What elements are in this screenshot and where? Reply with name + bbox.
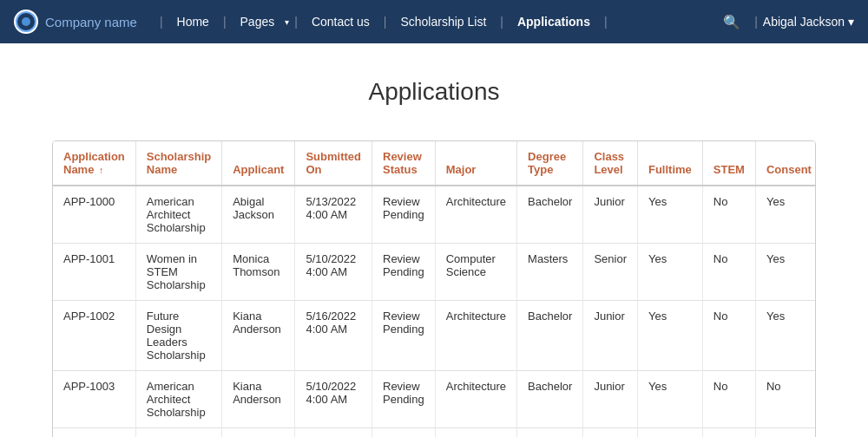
nav-contact[interactable]: Contact us [303, 15, 378, 29]
user-menu[interactable]: Abigal Jackson ▾ [763, 15, 854, 29]
cell-stem: No [702, 244, 755, 301]
brand: Company name [14, 10, 137, 34]
cell-degree: Bachelor [517, 371, 583, 428]
cell-status: Review Pending [372, 301, 436, 371]
cell-app-id: APP-1001 [53, 244, 135, 301]
col-header-fulltime[interactable]: Fulltime [637, 141, 702, 186]
cell-stem: No [702, 186, 755, 244]
col-header-applicant[interactable]: Applicant [222, 141, 295, 186]
cell-fulltime: Yes [637, 186, 702, 244]
col-header-consent[interactable]: Consent [755, 141, 816, 186]
col-header-submitted[interactable]: Submitted On [295, 141, 372, 186]
cell-major: Architecture [435, 301, 516, 371]
cell-applicant: Monica Thomson [222, 428, 295, 438]
cell-consent: Yes [755, 186, 816, 244]
nav-scholarship-list[interactable]: Scholarship List [391, 15, 495, 29]
cell-applicant: Kiana Anderson [222, 301, 295, 371]
sep2: | [223, 15, 227, 29]
cell-scholarship: Women in STEM Scholarship [135, 244, 221, 301]
brand-icon [14, 10, 38, 34]
applications-table-container: Application Name ↑ Scholarship Name Appl… [52, 140, 816, 437]
sep4: | [384, 15, 387, 29]
sep1: | [160, 15, 163, 29]
cell-applicant: Kiana Anderson [222, 371, 295, 428]
table-row[interactable]: APP-1004Foreign Language ScholarshipMoni… [53, 428, 816, 438]
sep7: | [754, 15, 758, 29]
table-row[interactable]: APP-1003American Architect ScholarshipKi… [53, 371, 816, 428]
cell-scholarship: Future Design Leaders Scholarship [135, 301, 221, 371]
table-header: Application Name ↑ Scholarship Name Appl… [53, 141, 816, 186]
col-header-status[interactable]: Review Status [372, 141, 436, 186]
cell-applicant: Abigal Jackson [222, 186, 295, 244]
cell-fulltime: Yes [637, 301, 702, 371]
cell-app-id: APP-1003 [53, 371, 135, 428]
cell-class: Junior [583, 301, 638, 371]
cell-consent: Yes [755, 428, 816, 438]
pages-arrow: ▾ [285, 17, 289, 27]
col-header-scholarship[interactable]: Scholarship Name [135, 141, 221, 186]
cell-major: Computer Science [435, 428, 516, 438]
nav-pages-link[interactable]: Pages [232, 15, 284, 29]
user-dropdown-arrow: ▾ [848, 15, 854, 29]
page-title: Applications [52, 78, 816, 106]
cell-consent: Yes [755, 301, 816, 371]
cell-submitted: 5/10/2022 4:00 AM [295, 244, 372, 301]
table-row[interactable]: APP-1002Future Design Leaders Scholarshi… [53, 301, 816, 371]
cell-stem: No [702, 371, 755, 428]
cell-consent: No [755, 371, 816, 428]
applications-table: Application Name ↑ Scholarship Name Appl… [53, 141, 816, 437]
cell-fulltime: Yes [637, 244, 702, 301]
cell-submitted: 5/16/2022 4:00 AM [295, 428, 372, 438]
sep6: | [604, 15, 608, 29]
col-header-app-name[interactable]: Application Name ↑ [53, 141, 135, 186]
cell-applicant: Monica Thomson [222, 244, 295, 301]
cell-submitted: 5/16/2022 4:00 AM [295, 301, 372, 371]
user-name: Abigal Jackson [763, 15, 845, 29]
nav-pages[interactable]: Pages ▾ [232, 15, 290, 29]
sep5: | [500, 15, 503, 29]
cell-major: Computer Science [435, 244, 516, 301]
cell-scholarship: American Architect Scholarship [135, 186, 221, 244]
table-row[interactable]: APP-1001Women in STEM ScholarshipMonica … [53, 244, 816, 301]
table-body: APP-1000American Architect ScholarshipAb… [53, 186, 816, 437]
cell-app-id: APP-1004 [53, 428, 135, 438]
navbar: Company name | Home | Pages ▾ | Contact … [0, 0, 868, 43]
cell-stem: No [702, 428, 755, 438]
cell-fulltime: Yes [637, 371, 702, 428]
cell-submitted: 5/10/2022 4:00 AM [295, 371, 372, 428]
cell-major: Architecture [435, 186, 516, 244]
table-row[interactable]: APP-1000American Architect ScholarshipAb… [53, 186, 816, 244]
cell-app-id: APP-1002 [53, 301, 135, 371]
col-header-major[interactable]: Major [435, 141, 516, 186]
cell-status: Review Pending [372, 186, 436, 244]
cell-status: Review Pending [372, 428, 436, 438]
col-header-stem[interactable]: STEM [702, 141, 755, 186]
cell-class: Junior [583, 186, 638, 244]
main-content: Applications Application Name ↑ Scholars… [0, 43, 868, 437]
search-icon[interactable]: 🔍 [714, 14, 749, 30]
cell-stem: No [702, 301, 755, 371]
cell-status: Review Pending [372, 244, 436, 301]
cell-fulltime: Yes [637, 428, 702, 438]
col-header-class[interactable]: Class Level [583, 141, 638, 186]
cell-class: Junior [583, 428, 638, 438]
cell-scholarship: American Architect Scholarship [135, 371, 221, 428]
nav-home[interactable]: Home [168, 15, 218, 29]
nav-applications[interactable]: Applications [509, 15, 599, 29]
cell-degree: Bachelor [517, 186, 583, 244]
cell-degree: Bachelor [517, 301, 583, 371]
col-header-degree[interactable]: Degree Type [517, 141, 583, 186]
cell-class: Junior [583, 371, 638, 428]
cell-consent: Yes [755, 244, 816, 301]
cell-degree: Bachelor [517, 428, 583, 438]
cell-status: Review Pending [372, 371, 436, 428]
sep3: | [294, 15, 298, 29]
cell-major: Architecture [435, 371, 516, 428]
cell-submitted: 5/13/2022 4:00 AM [295, 186, 372, 244]
cell-scholarship: Foreign Language Scholarship [135, 428, 221, 438]
brand-name: Company name [45, 15, 137, 29]
cell-class: Senior [583, 244, 638, 301]
cell-app-id: APP-1000 [53, 186, 135, 244]
sort-icon-app-name: ↑ [99, 165, 104, 175]
cell-degree: Masters [517, 244, 583, 301]
